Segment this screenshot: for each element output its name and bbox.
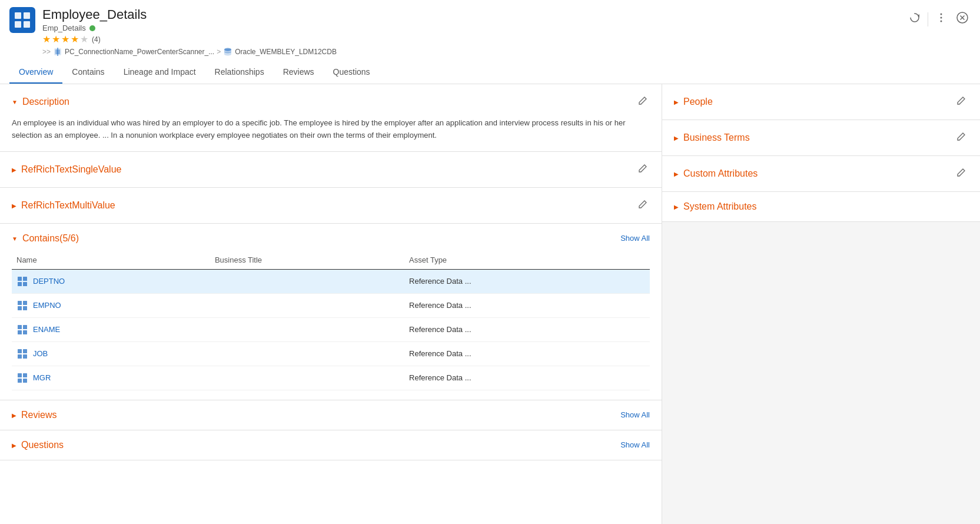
row-name-link[interactable]: JOB — [33, 349, 48, 358]
star-3: ★ — [61, 34, 69, 45]
contains-show-all[interactable]: Show All — [620, 234, 650, 243]
reviews-show-all[interactable]: Show All — [620, 410, 650, 419]
svg-point-12 — [941, 21, 942, 22]
reviews-title: Reviews — [21, 410, 57, 420]
breadcrumb-separator-start: >> — [42, 48, 51, 56]
breadcrumb-label-1: PC_ConnectionName_PowerCenterScanner_... — [65, 48, 214, 56]
tab-overview[interactable]: Overview — [9, 61, 62, 84]
reviews-toggle[interactable] — [12, 411, 16, 419]
row-name-link[interactable]: EMPNO — [33, 301, 61, 310]
asset-subtitle-text: Emp_Details — [42, 24, 86, 32]
svg-rect-33 — [23, 373, 27, 377]
scanner-icon — [53, 47, 62, 57]
svg-rect-21 — [23, 301, 27, 305]
custom-attributes-title: Custom Attributes — [683, 168, 758, 179]
left-panel: Description An employee is an individual… — [0, 84, 662, 524]
system-attributes-section: System Attributes — [662, 192, 980, 222]
contains-table: Name Business Title Asset Type — [12, 251, 650, 390]
breadcrumb-item-1: PC_ConnectionName_PowerCenterScanner_... — [53, 47, 214, 57]
col-business-title-header: Business Title — [210, 251, 404, 270]
ref-rich-text-single-section: RefRichTextSingleValue — [0, 152, 662, 188]
row-business-title — [210, 341, 404, 366]
contains-title: Contains(5/6) — [22, 233, 79, 244]
row-icon — [16, 324, 28, 336]
description-edit-button[interactable] — [636, 94, 650, 110]
table-row: EMPNO Reference Data ... — [12, 293, 650, 317]
questions-toggle[interactable] — [12, 441, 16, 449]
svg-rect-31 — [23, 354, 27, 359]
custom-attributes-edit-button[interactable] — [954, 165, 968, 182]
svg-rect-23 — [23, 306, 27, 310]
ref-single-edit-button[interactable] — [636, 161, 650, 178]
rating-count: (4) — [92, 35, 101, 44]
more-button[interactable] — [933, 9, 949, 29]
tab-bar: Overview Contains Lineage and Impact Rel… — [9, 61, 971, 84]
close-button[interactable] — [954, 9, 971, 29]
svg-rect-3 — [24, 21, 30, 28]
col-name-header: Name — [12, 251, 210, 270]
header: Employee_Details Emp_Details ★ ★ ★ ★ ★ (… — [0, 0, 980, 84]
people-section: People — [662, 84, 980, 120]
description-toggle[interactable] — [12, 98, 18, 106]
breadcrumb-item-2: Oracle_WEMBLEY_LDM12CDB — [223, 47, 337, 57]
people-edit-button[interactable] — [954, 94, 968, 110]
system-attributes-toggle[interactable] — [674, 203, 679, 211]
database-icon — [223, 47, 232, 57]
breadcrumb: >> PC_ConnectionName_PowerCenterScanner_… — [42, 47, 337, 57]
row-asset-type: Reference Data ... — [404, 341, 650, 366]
svg-rect-29 — [23, 349, 27, 353]
business-terms-toggle[interactable] — [674, 134, 679, 142]
people-title: People — [683, 97, 713, 107]
row-business-title — [210, 317, 404, 341]
svg-rect-1 — [24, 12, 30, 19]
questions-show-all[interactable]: Show All — [620, 440, 650, 449]
tab-reviews[interactable]: Reviews — [274, 61, 324, 84]
star-rating: ★ ★ ★ ★ ★ (4) — [42, 34, 337, 45]
row-icon — [16, 300, 28, 311]
custom-attributes-section: Custom Attributes — [662, 156, 980, 192]
breadcrumb-label-2: Oracle_WEMBLEY_LDM12CDB — [235, 48, 337, 56]
row-icon — [16, 276, 28, 287]
svg-rect-16 — [18, 277, 22, 281]
tab-questions[interactable]: Questions — [324, 61, 380, 84]
star-4: ★ — [71, 34, 79, 45]
row-icon — [16, 372, 28, 384]
status-indicator — [89, 25, 95, 31]
svg-rect-22 — [18, 306, 22, 310]
questions-section: Questions Show All — [0, 430, 662, 460]
row-business-title — [210, 366, 404, 390]
questions-title: Questions — [21, 440, 64, 450]
refresh-button[interactable] — [906, 9, 923, 29]
business-terms-edit-button[interactable] — [954, 130, 968, 146]
row-business-title — [210, 269, 404, 293]
svg-rect-32 — [18, 373, 22, 377]
description-title: Description — [22, 97, 69, 107]
svg-point-10 — [941, 14, 942, 15]
svg-rect-30 — [18, 354, 22, 359]
svg-rect-2 — [15, 21, 21, 28]
ref-multi-toggle[interactable] — [12, 201, 16, 210]
tab-contains[interactable]: Contains — [62, 61, 114, 84]
ref-multi-edit-button[interactable] — [636, 197, 650, 214]
ref-single-toggle[interactable] — [12, 165, 16, 174]
reviews-section: Reviews Show All — [0, 400, 662, 430]
custom-attributes-toggle[interactable] — [674, 170, 679, 178]
people-toggle[interactable] — [674, 98, 679, 106]
business-terms-title: Business Terms — [683, 132, 750, 143]
tab-lineage[interactable]: Lineage and Impact — [114, 61, 205, 84]
tab-relationships[interactable]: Relationships — [205, 61, 274, 84]
svg-rect-34 — [18, 379, 22, 383]
row-asset-type: Reference Data ... — [404, 269, 650, 293]
row-name-link[interactable]: MGR — [33, 373, 51, 382]
row-name-link[interactable]: ENAME — [33, 325, 60, 334]
svg-rect-20 — [18, 301, 22, 305]
table-row: MGR Reference Data ... — [12, 366, 650, 390]
col-asset-type-header: Asset Type — [404, 251, 650, 270]
ref-single-title: RefRichTextSingleValue — [21, 164, 121, 175]
breadcrumb-separator-1: > — [217, 48, 221, 56]
contains-toggle[interactable] — [12, 234, 18, 243]
divider — [928, 12, 928, 26]
svg-rect-17 — [23, 277, 27, 281]
row-name-link[interactable]: DEPTNO — [33, 277, 65, 286]
star-5: ★ — [80, 34, 88, 45]
